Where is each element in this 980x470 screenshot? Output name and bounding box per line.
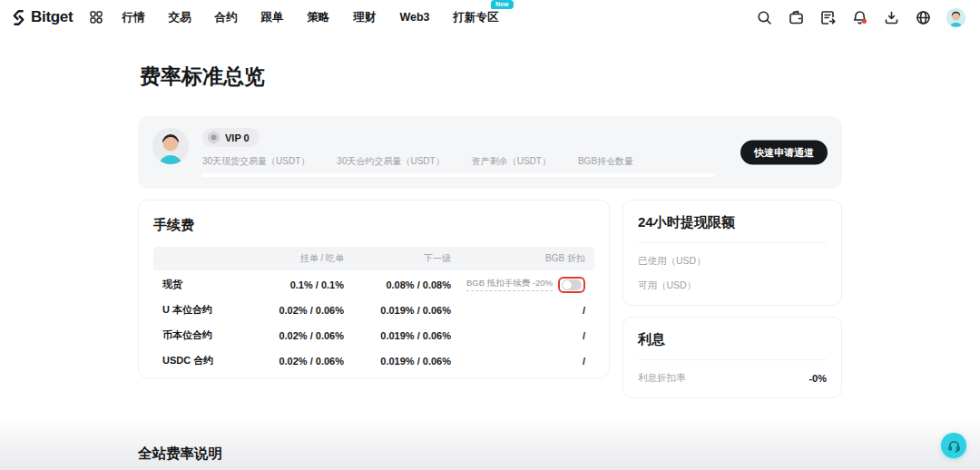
- toggle-knob: [563, 280, 572, 289]
- topbar-actions: [756, 8, 965, 27]
- apps-grid-icon[interactable]: [89, 10, 103, 24]
- quick-apply-button[interactable]: 快速申请通道: [740, 141, 828, 165]
- top-navigation-bar: Bitget 行情 交易 合约 跟单 策略 理财 Web3 打新专区 New: [0, 0, 980, 34]
- fee-row-usdt-futures: U 本位合约 0.02% / 0.06% 0.019% / 0.06% /: [153, 299, 594, 321]
- fee-row-coin-futures: 币本位合约 0.02% / 0.06% 0.019% / 0.06% /: [153, 324, 594, 347]
- interest-discount-value: -0%: [808, 373, 827, 384]
- vip-stat-values-blurred: [202, 173, 715, 177]
- withdrawal-available-label: 可用（USD）: [638, 279, 696, 292]
- fee-next-level: 0.08% / 0.08%: [344, 279, 451, 290]
- bgb-discount-toggle[interactable]: [562, 279, 582, 290]
- fee-next-level: 0.019% / 0.06%: [344, 330, 451, 341]
- fee-next-level: 0.019% / 0.06%: [344, 356, 451, 367]
- brand-name: Bitget: [31, 8, 73, 26]
- fee-row-label: USDC 合约: [162, 354, 237, 367]
- fee-card: 手续费 挂单 / 吃单 下一级 BGB 折扣 现货 0.1% / 0.1% 0.…: [138, 200, 610, 378]
- nav-item-earn[interactable]: 理财: [353, 10, 376, 25]
- fee-table-header: 挂单 / 吃单 下一级 BGB 折扣: [153, 247, 594, 270]
- fee-row-label: 币本位合约: [162, 328, 237, 342]
- fee-discount: /: [451, 330, 585, 341]
- fee-discount-cell: BGB 抵扣手续费 -20%: [451, 277, 585, 293]
- divider: [638, 359, 827, 360]
- nav-item-web3[interactable]: Web3: [399, 11, 429, 24]
- notifications-bell-icon[interactable]: [851, 9, 867, 25]
- new-badge: New: [491, 0, 513, 9]
- red-highlight-annotation: [558, 277, 585, 293]
- withdrawal-card-title: 24小时提现限额: [638, 214, 827, 231]
- interest-discount-row: 利息折扣率 -0%: [638, 372, 827, 385]
- page-title: 费率标准总览: [140, 63, 842, 91]
- withdrawal-limit-card: 24小时提现限额 已使用（USD） 可用（USD）: [622, 200, 842, 306]
- search-icon[interactable]: [756, 9, 772, 25]
- main-nav: 行情 交易 合约 跟单 策略 理财 Web3 打新专区 New: [122, 10, 498, 25]
- bitget-logo[interactable]: Bitget: [11, 8, 73, 26]
- interest-discount-label: 利息折扣率: [638, 372, 686, 385]
- fee-row-label: U 本位合约: [162, 303, 237, 317]
- stat-futures-volume-label: 30天合约交易量（USDT）: [337, 155, 444, 168]
- nav-item-launch-zone-label: 打新专区: [454, 11, 499, 24]
- nav-item-trade[interactable]: 交易: [168, 10, 191, 25]
- nav-item-markets[interactable]: 行情: [122, 10, 144, 25]
- right-column: 24小时提现限额 已使用（USD） 可用（USD） 利息 利息折扣率 -0%: [622, 200, 842, 398]
- footer-section-title: 全站费率说明: [138, 445, 222, 464]
- language-globe-icon[interactable]: [915, 9, 931, 25]
- stat-spot-volume-label: 30天现货交易量（USDT）: [202, 155, 309, 168]
- nav-item-copy[interactable]: 跟单: [260, 10, 283, 25]
- customer-support-button[interactable]: [941, 433, 966, 458]
- withdrawal-used-label: 已使用（USD）: [638, 255, 706, 268]
- withdrawal-available-row: 可用（USD）: [638, 279, 827, 292]
- main-row: 手续费 挂单 / 吃单 下一级 BGB 折扣 现货 0.1% / 0.1% 0.…: [138, 200, 842, 398]
- nav-item-strategy[interactable]: 策略: [307, 10, 329, 25]
- vip-level-label: VIP 0: [225, 132, 250, 143]
- fee-row-usdc-futures: USDC 合约 0.02% / 0.06% 0.019% / 0.06% /: [153, 349, 594, 372]
- vip-info: VIP 0 30天现货交易量（USDT） 30天合约交易量（USDT） 资产剩余…: [202, 128, 715, 177]
- footer-section: 全站费率说明: [0, 417, 980, 470]
- col-next-level: 下一级: [344, 252, 451, 265]
- nav-item-futures[interactable]: 合约: [214, 10, 237, 25]
- fee-maker-taker: 0.02% / 0.06%: [237, 305, 344, 316]
- headset-icon: [947, 439, 961, 453]
- profile-avatar: [152, 128, 189, 164]
- page-content: 费率标准总览 VIP 0 30天现货交易量（USDT） 30天合约交易量（USD…: [138, 63, 842, 398]
- fee-row-spot: 现货 0.1% / 0.1% 0.08% / 0.08% BGB 抵扣手续费 -…: [153, 273, 594, 296]
- fee-next-level: 0.019% / 0.06%: [344, 305, 451, 316]
- vip-level-badge: VIP 0: [202, 128, 260, 147]
- col-bgb-discount: BGB 折扣: [451, 252, 585, 265]
- withdrawal-used-row: 已使用（USD）: [638, 255, 827, 268]
- interest-card: 利息 利息折扣率 -0%: [622, 317, 842, 398]
- fee-discount: /: [451, 305, 585, 316]
- stat-bgb-holdings-label: BGB持仓数量: [578, 155, 633, 168]
- fee-discount: /: [451, 356, 585, 367]
- nav-item-launch-zone[interactable]: 打新专区 New: [454, 10, 499, 25]
- divider: [638, 242, 827, 243]
- fee-row-label: 现货: [162, 278, 237, 291]
- bitget-logo-icon: [11, 10, 26, 25]
- fee-maker-taker: 0.1% / 0.1%: [237, 279, 344, 290]
- fee-card-title: 手续费: [153, 217, 594, 234]
- col-maker-taker: 挂单 / 吃单: [237, 252, 344, 265]
- interest-card-title: 利息: [638, 331, 827, 348]
- user-avatar[interactable]: [946, 8, 965, 27]
- wallet-icon[interactable]: [788, 9, 804, 25]
- fee-maker-taker: 0.02% / 0.06%: [237, 330, 344, 341]
- bgb-discount-link[interactable]: BGB 抵扣手续费 -20%: [466, 278, 553, 291]
- stat-asset-balance-label: 资产剩余（USDT）: [472, 155, 551, 168]
- vip-shield-icon: [207, 131, 220, 144]
- notification-dot: [862, 19, 867, 24]
- fee-maker-taker: 0.02% / 0.06%: [237, 356, 344, 367]
- orders-icon[interactable]: [819, 9, 836, 25]
- vip-stats-row: 30天现货交易量（USDT） 30天合约交易量（USDT） 资产剩余（USDT）…: [202, 155, 715, 168]
- downloads-icon[interactable]: [883, 9, 899, 25]
- vip-summary-card: VIP 0 30天现货交易量（USDT） 30天合约交易量（USDT） 资产剩余…: [138, 116, 842, 189]
